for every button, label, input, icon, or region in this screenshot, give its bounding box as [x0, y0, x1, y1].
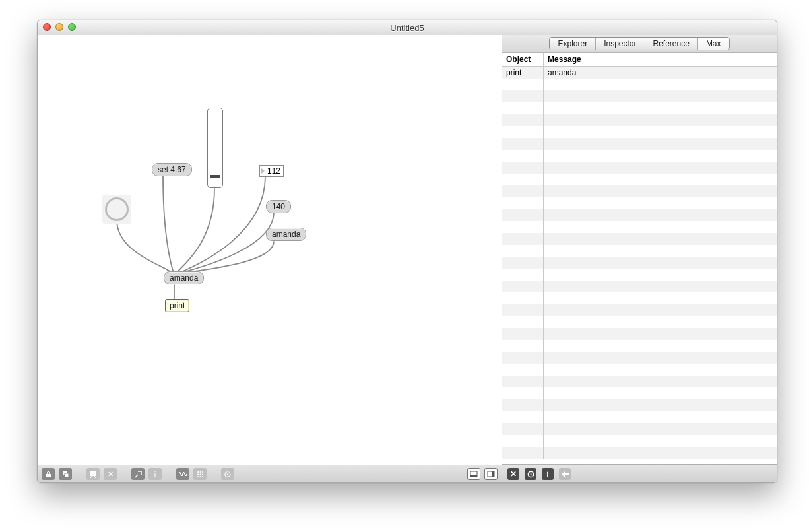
console-toolbar: ✕ i: [502, 465, 777, 482]
info-icon[interactable]: i: [148, 468, 162, 480]
console-header-object: Object: [502, 53, 544, 66]
single-view-icon[interactable]: [467, 468, 480, 480]
tab-reference[interactable]: Reference: [645, 38, 698, 50]
svg-point-11: [202, 476, 203, 477]
numbox-triangle-icon: [261, 168, 265, 174]
message-set-label: set 4.67: [158, 165, 186, 174]
info-console-icon[interactable]: i: [542, 468, 554, 480]
message-amanda-dest[interactable]: amanda: [164, 271, 204, 284]
lock-icon[interactable]: [42, 468, 55, 480]
back-icon[interactable]: [559, 468, 571, 480]
svg-point-10: [199, 476, 201, 477]
message-amanda-source[interactable]: amanda: [266, 228, 306, 241]
object-print-label: print: [170, 301, 185, 310]
message-140[interactable]: 140: [266, 200, 291, 213]
console-row-object: print: [502, 67, 544, 79]
scheduler-icon[interactable]: [221, 468, 234, 480]
sidebar-tabs: Explorer Inspector Reference Max: [502, 35, 777, 53]
console-header: Object Message: [502, 53, 777, 67]
number-box-value: 112: [267, 166, 280, 176]
console-row-message: amanda: [544, 68, 777, 77]
number-box[interactable]: 112: [259, 165, 284, 177]
tab-max[interactable]: Max: [698, 38, 729, 50]
minimize-icon[interactable]: [55, 23, 63, 31]
message-set[interactable]: set 4.67: [152, 163, 192, 176]
titlebar: Untitled5: [38, 20, 777, 36]
sidebar-pane: Explorer Inspector Reference Max Object …: [502, 35, 777, 482]
history-icon[interactable]: [525, 468, 536, 480]
dial-object[interactable]: [102, 195, 131, 224]
split-view-icon[interactable]: [484, 468, 498, 480]
svg-point-8: [202, 473, 203, 475]
svg-point-13: [227, 473, 228, 475]
svg-point-5: [202, 471, 203, 473]
slider-object[interactable]: [207, 108, 223, 188]
window-title: Untitled5: [38, 23, 777, 33]
svg-point-6: [197, 473, 199, 475]
patch-cords: [38, 35, 502, 465]
patcher-pane: set 4.67 112 140: [38, 35, 502, 482]
svg-rect-1: [65, 473, 69, 477]
close-box-icon[interactable]: ✕: [104, 468, 117, 480]
svg-rect-2: [90, 471, 96, 476]
grid-icon[interactable]: [193, 468, 207, 480]
app-window: Untitled5: [37, 20, 777, 483]
new-view-icon[interactable]: [59, 468, 72, 480]
object-print[interactable]: print: [165, 299, 189, 312]
patcher-canvas[interactable]: set 4.67 112 140: [38, 35, 502, 465]
svg-point-4: [199, 471, 201, 473]
tab-inspector[interactable]: Inspector: [596, 38, 645, 50]
zoom-tool-icon[interactable]: [131, 468, 145, 480]
console-row[interactable]: printamanda: [502, 67, 777, 79]
close-icon[interactable]: [43, 23, 51, 31]
presentation-icon[interactable]: [86, 468, 100, 480]
message-amanda-dest-label: amanda: [170, 273, 198, 283]
svg-rect-17: [492, 471, 494, 477]
dsp-icon[interactable]: [176, 468, 189, 480]
message-140-label: 140: [272, 202, 285, 211]
svg-rect-15: [470, 475, 477, 477]
patcher-toolbar: ✕ i: [38, 465, 502, 482]
clear-icon[interactable]: ✕: [507, 468, 519, 480]
svg-point-9: [197, 476, 199, 477]
svg-point-3: [197, 471, 199, 473]
message-amanda-source-label: amanda: [272, 230, 300, 239]
dial-icon: [105, 197, 129, 221]
svg-point-7: [199, 473, 201, 475]
zoom-icon[interactable]: [68, 23, 76, 31]
max-console[interactable]: Object Message printamanda: [502, 53, 777, 465]
console-header-message: Message: [544, 53, 777, 66]
tab-explorer[interactable]: Explorer: [550, 38, 596, 50]
